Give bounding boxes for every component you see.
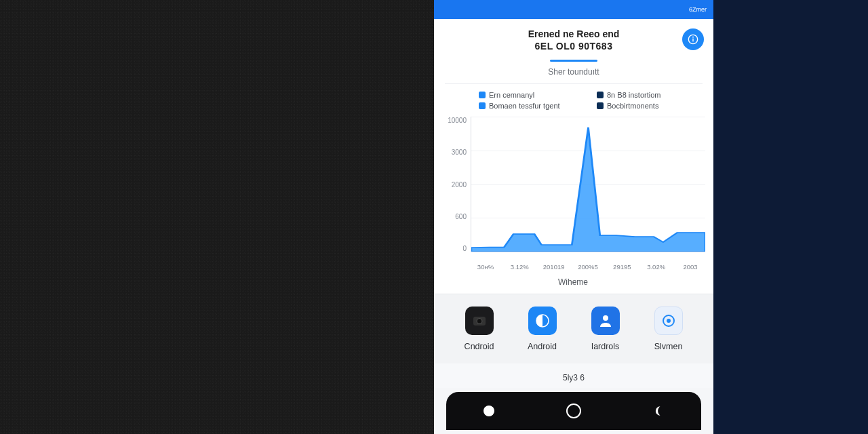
legend-swatch-icon: [597, 102, 604, 109]
legend-label: 8n B8 instortiom: [607, 91, 660, 99]
legend-item[interactable]: Bocbirtmonents: [597, 102, 698, 110]
legend-item[interactable]: Ern cemnanyl: [479, 91, 580, 99]
area-series-icon: [471, 117, 705, 252]
x-tick: 201019: [539, 263, 569, 271]
chart-card: Ern cemnanyl 8n B8 instortiom Bomaen tеs…: [434, 84, 713, 294]
camera-icon: [465, 307, 494, 335]
app-label: Slvmen: [654, 342, 683, 351]
navigation-bar: [446, 392, 701, 430]
nav-home-button[interactable]: [566, 403, 581, 418]
x-tick: 2003: [675, 263, 705, 271]
x-tick: 200%5: [573, 263, 603, 271]
x-tick: 29195: [607, 263, 637, 271]
svg-rect-1: [692, 39, 693, 42]
x-tick: 3.02%: [642, 263, 671, 271]
nav-recent-button[interactable]: [650, 403, 667, 419]
status-text: 6Zmer: [689, 6, 707, 13]
right-gutter: [713, 0, 868, 434]
info-icon: [688, 34, 698, 45]
legend-label: Bocbirtmonents: [607, 102, 658, 110]
svg-point-9: [667, 319, 671, 323]
info-button[interactable]: [682, 28, 704, 50]
legend-item[interactable]: 8n B8 instortiom: [597, 91, 698, 99]
app-item-iardrols[interactable]: Iardrols: [576, 307, 635, 351]
app-item-slvmen[interactable]: Slvmen: [639, 307, 698, 351]
y-tick: 10000: [448, 117, 467, 124]
status-bar: 6Zmer: [434, 0, 713, 19]
app-item-android[interactable]: Android: [513, 307, 572, 351]
plot-area[interactable]: [471, 117, 705, 252]
phone-screen: 6Zmer Erened ne Reeo end 6EL OL0 90T683 …: [434, 0, 713, 434]
y-axis: 10000 3000 2000 600 0: [441, 117, 471, 252]
header-card: Erened ne Reeo end 6EL OL0 90T683 Sher t…: [434, 19, 713, 84]
active-tab[interactable]: Sher tounduıtt: [445, 62, 703, 84]
legend-label: Ern cemnanyl: [489, 91, 534, 99]
desktop-background: [0, 0, 434, 434]
globe-icon: [528, 307, 557, 335]
app-label: Cndroid: [465, 342, 494, 351]
right-region: 6Zmer Erened ne Reeo end 6EL OL0 90T683 …: [434, 0, 868, 434]
app-item-cndroid[interactable]: Cndroid: [450, 307, 509, 351]
legend-swatch-icon: [479, 92, 486, 98]
y-tick: 3000: [452, 149, 467, 156]
page-title: Erened ne Reeo end: [445, 28, 703, 39]
target-icon: [654, 307, 683, 335]
x-tick: 3.12%: [505, 263, 534, 271]
y-tick: 2000: [452, 181, 467, 189]
x-tick: 30н%: [471, 263, 500, 271]
legend-item[interactable]: Bomaen tеssfur tgent: [479, 102, 580, 110]
svg-point-7: [603, 315, 608, 321]
y-tick: 600: [455, 213, 467, 220]
apps-section: Cndroid Android Iardrols: [434, 294, 713, 363]
svg-point-4: [477, 319, 482, 324]
app-label: Android: [528, 342, 557, 351]
legend-label: Bomaen tеssfur tgent: [489, 102, 560, 110]
legend-swatch-icon: [479, 102, 486, 109]
system-label: 5ly3 6: [434, 363, 713, 388]
chart-plot: 10000 3000 2000 600 0: [441, 117, 705, 259]
page-subtitle: 6EL OL0 90T683: [445, 41, 703, 52]
person-icon: [591, 307, 620, 335]
x-axis-label: Wiheme: [441, 277, 705, 287]
chart-legend: Ern cemnanyl 8n B8 instortiom Bomaen tеs…: [441, 88, 705, 117]
y-tick: 0: [462, 245, 467, 252]
nav-back-button[interactable]: [481, 403, 497, 419]
svg-point-2: [692, 37, 694, 38]
x-axis: 30н% 3.12% 201019 200%5 29195 3.02% 2003: [441, 259, 705, 271]
circle-filled-icon: [484, 406, 494, 416]
app-label: Iardrols: [591, 342, 620, 351]
legend-swatch-icon: [597, 92, 604, 98]
crescent-icon: [652, 404, 665, 418]
